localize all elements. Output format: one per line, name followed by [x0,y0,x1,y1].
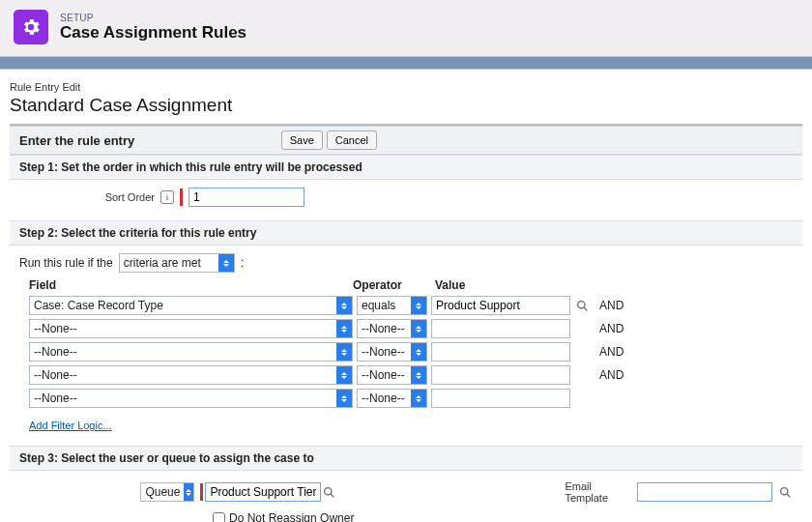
operator-select[interactable]: equals [357,296,427,315]
assign-value-input[interactable] [205,482,321,502]
header-operator: Operator [353,278,435,292]
header-field: Field [19,278,353,292]
add-filter-logic-link[interactable]: Add Filter Logic... [29,420,112,431]
field-select[interactable]: --None-- [29,365,353,385]
criteria-row: --None-- --None-- AND [19,319,793,338]
criteria-row: Case: Case Record Type equals AND [19,296,793,315]
required-indicator [180,188,183,206]
field-select[interactable]: Case: Case Record Type [29,296,353,315]
value-input[interactable] [431,389,570,408]
field-select[interactable]: --None-- [29,319,353,338]
chevron-updown-icon [336,320,352,337]
page-title: Case Assignment Rules [60,23,246,43]
info-icon[interactable]: i [160,190,174,204]
field-select[interactable]: --None-- [29,342,353,362]
chevron-updown-icon [184,483,193,501]
lookup-icon[interactable] [321,484,336,500]
header-value: Value [435,278,599,292]
rule-title: Standard Case Assignment [10,95,802,116]
value-input[interactable] [431,319,570,338]
operator-select[interactable]: --None-- [357,319,427,338]
svg-line-3 [331,494,334,497]
and-label: AND [599,299,624,312]
header-text: SETUP Case Assignment Rules [60,13,246,43]
chevron-updown-icon [411,390,426,407]
operator-select[interactable]: --None-- [357,342,427,362]
assign-type-select[interactable]: Queue [140,482,194,502]
chevron-updown-icon [336,343,352,361]
criteria-row: --None-- --None-- [19,389,793,408]
step3-bar: Step 3: Select the user or queue to assi… [10,446,802,471]
required-indicator [200,483,203,501]
step1-bar: Step 1: Set the order in which this rule… [10,155,802,180]
chevron-updown-icon [336,297,352,314]
and-label: AND [599,322,624,335]
field-select[interactable]: --None-- [29,389,353,408]
setup-label: SETUP [60,13,246,23]
colon: : [241,256,244,270]
sort-order-input[interactable] [188,188,304,207]
sort-order-label: Sort Order [97,191,155,203]
svg-point-4 [781,487,788,494]
breadcrumb: Rule Entry Edit [10,81,802,93]
step2-bar: Step 2: Select the criteria for this rul… [10,220,802,246]
operator-select[interactable]: --None-- [357,365,427,385]
value-input[interactable] [431,342,570,362]
divider-strip [0,56,812,70]
chevron-updown-icon [411,297,426,314]
criteria-header: Field Operator Value [19,278,793,292]
svg-point-2 [325,487,332,494]
lookup-icon[interactable] [574,298,590,313]
chevron-updown-icon [411,320,426,337]
main-section-bar: Enter the rule entry Save Cancel [10,126,802,155]
chevron-updown-icon [218,254,234,272]
and-label: AND [599,345,624,359]
chevron-updown-icon [411,343,426,361]
lookup-icon[interactable] [778,484,793,500]
svg-point-0 [577,301,584,307]
run-rule-select[interactable]: criteria are met [119,253,235,273]
chevron-updown-icon [336,366,352,384]
email-template-input[interactable] [637,482,772,502]
cancel-button[interactable]: Cancel [327,130,377,150]
page-header: SETUP Case Assignment Rules [0,0,812,56]
run-rule-label: Run this rule if the [19,256,113,270]
criteria-table: Field Operator Value Case: Case Record T… [19,278,793,408]
criteria-row: --None-- --None-- AND [19,342,793,362]
svg-line-1 [584,307,587,310]
operator-select[interactable]: --None-- [357,389,427,408]
chevron-updown-icon [411,366,426,384]
do-not-reassign-checkbox[interactable] [213,512,225,523]
value-input[interactable] [431,365,570,385]
save-button[interactable]: Save [281,130,323,150]
gear-icon [14,10,48,44]
chevron-updown-icon [336,390,352,407]
value-input[interactable] [431,296,570,315]
criteria-row: --None-- --None-- AND [19,365,793,385]
svg-line-5 [787,494,790,497]
main-section-title: Enter the rule entry [19,133,134,148]
email-template-label: Email Template [565,480,631,504]
and-label: AND [599,368,624,382]
do-not-reassign-label: Do Not Reassign Owner [229,511,354,522]
